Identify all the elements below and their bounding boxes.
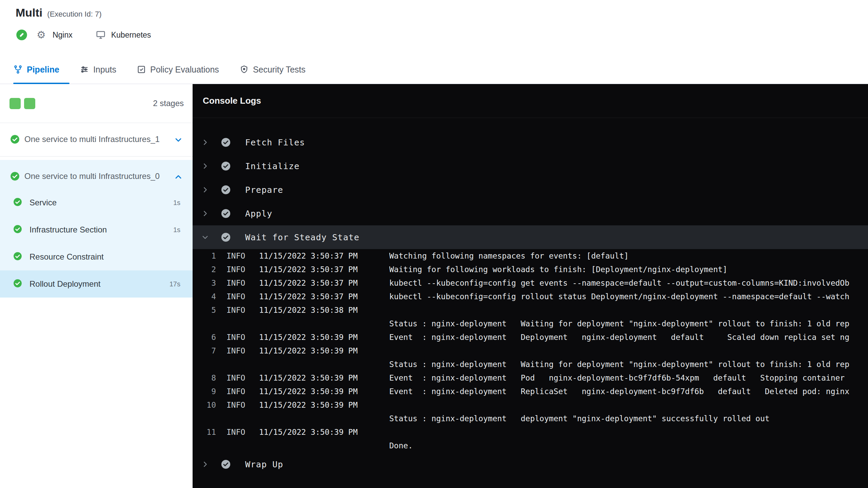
tab-inputs[interactable]: Inputs: [70, 55, 126, 84]
console-step-fetch-files[interactable]: Fetch Files: [193, 130, 868, 154]
log-level: INFO: [226, 333, 259, 342]
log-timestamp: 11/15/2022 3:50:37 PM: [259, 279, 389, 287]
stage-status-square: [24, 98, 35, 109]
chevron-right-icon[interactable]: [201, 162, 209, 170]
step-success-icon: [221, 137, 231, 147]
step-success-icon: [221, 459, 231, 469]
console-step-prepare[interactable]: Prepare: [193, 178, 868, 202]
page-title: Multi: [16, 6, 42, 19]
log-line: 7INFO11/15/2022 3:50:39 PM: [193, 344, 868, 358]
step-success-icon: [221, 232, 231, 242]
execution-id: (Execution Id: 7): [47, 10, 101, 19]
stage-summary: 2 stages: [0, 84, 193, 123]
log-line: Status : nginx-deployment Waiting for de…: [193, 358, 868, 371]
chevron-right-icon[interactable]: [201, 139, 209, 146]
log-line: Status : nginx-deployment deployment "ng…: [193, 412, 868, 425]
step-list: Service 1s Infrastructure Section 1s Res…: [0, 189, 193, 298]
log-message: Done.: [389, 441, 868, 450]
step-row-rollout-deployment[interactable]: Rollout Deployment 17s: [0, 270, 193, 298]
log-line: 11INFO11/15/2022 3:50:39 PM: [193, 425, 868, 439]
log-line-number: 6: [193, 333, 216, 342]
step-row-infrastructure-section[interactable]: Infrastructure Section 1s: [0, 216, 193, 243]
log-timestamp: 11/15/2022 3:50:39 PM: [259, 401, 389, 409]
log-line: 1INFO11/15/2022 3:50:37 PMWatching follo…: [193, 249, 868, 263]
pipeline-icon: [13, 65, 23, 74]
console-step-wait-for-steady-state[interactable]: Wait for Steady State: [193, 225, 868, 249]
console-step-label: Fetch Files: [245, 138, 305, 147]
log-line: 9INFO11/15/2022 3:50:39 PMEvent : nginx-…: [193, 385, 868, 398]
console-step-label: Apply: [245, 209, 272, 219]
log-line: 3INFO11/15/2022 3:50:37 PMkubectl --kube…: [193, 276, 868, 290]
chevron-down-icon[interactable]: [174, 135, 183, 146]
stage-card-infrastructures-0[interactable]: One service to multi Infrastructures_0 S…: [0, 160, 193, 298]
step-duration: 17s: [170, 280, 180, 288]
log-level: INFO: [226, 279, 259, 287]
step-duration: 1s: [173, 199, 180, 207]
console-step-apply[interactable]: Apply: [193, 202, 868, 225]
log-line: 8INFO11/15/2022 3:50:39 PMEvent : nginx-…: [193, 371, 868, 385]
log-message: Waiting for following workloads to finis…: [389, 265, 868, 274]
log-line: 4INFO11/15/2022 3:50:37 PMkubectl --kube…: [193, 290, 868, 303]
log-timestamp: 11/15/2022 3:50:39 PM: [259, 333, 389, 342]
chevron-right-icon[interactable]: [201, 461, 209, 468]
tab-pipeline-label: Pipeline: [27, 65, 59, 75]
log-line: 5INFO11/15/2022 3:50:38 PM: [193, 303, 868, 317]
console-step-label: Prepare: [245, 185, 283, 195]
log-message: Watching following namespaces for events…: [389, 251, 868, 260]
log-timestamp: 11/15/2022 3:50:39 PM: [259, 387, 389, 396]
stage-status-square: [9, 98, 21, 109]
log-message: kubectl --kubeconfig=config rollout stat…: [389, 292, 868, 301]
log-timestamp: 11/15/2022 3:50:39 PM: [259, 346, 389, 355]
log-line: 6INFO11/15/2022 3:50:39 PMEvent : nginx-…: [193, 330, 868, 344]
service-name: Nginx: [53, 30, 73, 40]
chevron-right-icon[interactable]: [201, 186, 209, 194]
chevron-up-icon[interactable]: [174, 172, 183, 183]
console-logs-panel: Console Logs Fetch Files Initialize: [193, 84, 868, 488]
step-duration: 1s: [173, 226, 180, 234]
success-check-icon: [10, 171, 20, 182]
stage-label: One service to multi Infrastructures_1: [24, 133, 174, 145]
service-icon: [16, 29, 28, 41]
log-level: INFO: [226, 428, 259, 436]
console-step-label: Initialize: [245, 161, 300, 171]
log-line-number: 3: [193, 279, 216, 287]
log-message: Event : nginx-deployment Deployment ngin…: [389, 333, 868, 342]
log-timestamp: 11/15/2022 3:50:38 PM: [259, 306, 389, 314]
log-level: INFO: [226, 251, 259, 260]
log-timestamp: 11/15/2022 3:50:37 PM: [259, 265, 389, 274]
log-message: Event : nginx-deployment ReplicaSet ngin…: [389, 387, 868, 396]
console-step-initialize[interactable]: Initialize: [193, 154, 868, 178]
tab-pipeline[interactable]: Pipeline: [13, 55, 70, 84]
tab-policy-evaluations[interactable]: Policy Evaluations: [126, 55, 229, 84]
log-message: Status : nginx-deployment Waiting for de…: [389, 360, 868, 369]
console-step-wrap-up[interactable]: Wrap Up: [193, 452, 868, 476]
shield-icon: [239, 65, 249, 74]
tab-security-tests[interactable]: Security Tests: [229, 55, 316, 84]
log-level: INFO: [226, 292, 259, 301]
gear-icon: ⚙: [37, 30, 46, 40]
log-line-number: 9: [193, 387, 216, 396]
success-check-icon: [13, 252, 22, 262]
log-output: 1INFO11/15/2022 3:50:37 PMWatching follo…: [193, 249, 868, 452]
step-success-icon: [221, 208, 231, 219]
log-message: Event : nginx-deployment Pod nginx-deplo…: [389, 373, 868, 382]
infrastructure-name: Kubernetes: [111, 30, 151, 40]
step-row-service[interactable]: Service 1s: [0, 189, 193, 216]
log-line: 2INFO11/15/2022 3:50:37 PMWaiting for fo…: [193, 263, 868, 276]
chevron-right-icon[interactable]: [201, 210, 209, 217]
tab-inputs-label: Inputs: [93, 65, 116, 75]
log-line-number: 8: [193, 373, 216, 382]
success-check-icon: [13, 198, 22, 208]
log-line-number: 5: [193, 306, 216, 314]
inputs-icon: [80, 65, 89, 74]
log-line: 10INFO11/15/2022 3:50:39 PM: [193, 398, 868, 412]
step-row-resource-constraint[interactable]: Resource Constraint: [0, 243, 193, 270]
chevron-down-icon[interactable]: [201, 233, 209, 241]
log-line-number: 2: [193, 265, 216, 274]
console-logs-title: Console Logs: [193, 84, 868, 118]
log-level: INFO: [226, 373, 259, 382]
step-label: Infrastructure Section: [29, 225, 107, 235]
stage-card-infrastructures-1[interactable]: One service to multi Infrastructures_1: [0, 123, 193, 157]
log-level: INFO: [226, 265, 259, 274]
step-label: Resource Constraint: [29, 252, 104, 262]
